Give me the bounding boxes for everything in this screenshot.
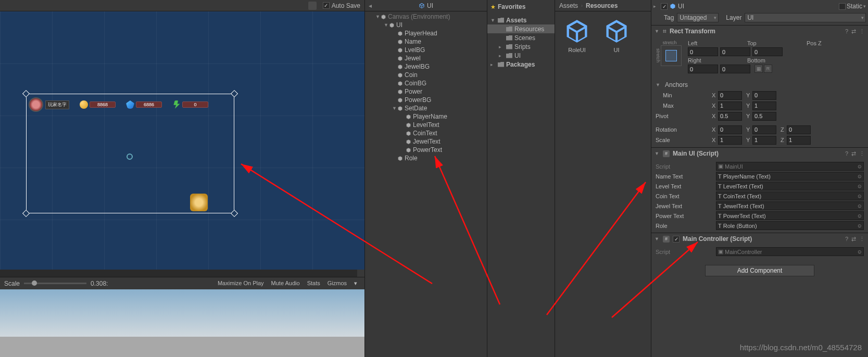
toolbar-button[interactable] xyxy=(308,2,317,10)
help-icon[interactable]: ? xyxy=(845,236,848,243)
help-icon[interactable]: ? xyxy=(845,150,848,157)
hierarchy-item[interactable]: CoinText xyxy=(365,129,487,137)
hierarchy-item[interactable]: LvelBG xyxy=(365,46,487,54)
menu-icon[interactable]: ⋮ xyxy=(859,236,865,243)
hierarchy-item[interactable]: PowerBG xyxy=(365,96,487,104)
asset-item[interactable]: RoleUI xyxy=(561,18,593,53)
anchor-preset-button[interactable] xyxy=(661,45,682,66)
maximize-button[interactable]: Maximize On Play xyxy=(215,279,267,288)
anchor-max-y[interactable] xyxy=(752,101,776,110)
anchor-min-y[interactable] xyxy=(752,91,776,100)
menu-icon[interactable]: ⋮ xyxy=(859,28,865,35)
rot-y[interactable] xyxy=(752,125,776,134)
object-field[interactable]: TCoinText (Text)⊙ xyxy=(716,192,864,200)
preset-icon[interactable]: ⇄ xyxy=(851,236,856,243)
anchor-max-x[interactable] xyxy=(718,101,742,110)
auto-save-toggle[interactable]: Auto Save xyxy=(323,2,360,9)
hierarchy-item[interactable]: PowerText xyxy=(365,146,487,154)
object-field[interactable]: TPlayerName (Text)⊙ xyxy=(716,172,864,181)
object-picker-icon[interactable]: ⊙ xyxy=(858,223,862,228)
posz-input[interactable] xyxy=(752,47,783,56)
scale-y[interactable] xyxy=(752,136,776,145)
gizmos-button[interactable]: Gizmos xyxy=(324,279,350,288)
preset-icon[interactable]: ⇄ xyxy=(851,150,856,157)
hierarchy-item[interactable]: Role xyxy=(365,154,487,162)
component-header[interactable]: ▼ # Main UI (Script) ?⇄⋮ xyxy=(651,148,868,159)
script-field[interactable]: ▣MainController⊙ xyxy=(716,247,864,256)
anchors-label[interactable]: Anchors xyxy=(665,81,688,88)
add-component-button[interactable]: Add Component xyxy=(705,265,814,276)
project-tree-item[interactable]: ▸Packages xyxy=(487,60,555,69)
hierarchy-item[interactable]: ▼UI xyxy=(365,21,487,29)
collapse-icon[interactable]: ▸ xyxy=(653,4,659,9)
anchor-min-x[interactable] xyxy=(718,91,742,100)
back-icon[interactable]: ◂ xyxy=(369,2,372,9)
component-enabled-checkbox[interactable] xyxy=(673,236,680,243)
hierarchy-item[interactable]: PlayerName xyxy=(365,112,487,121)
right-input[interactable] xyxy=(688,65,718,73)
rot-x[interactable] xyxy=(718,125,742,134)
hierarchy-item[interactable]: CoinBG xyxy=(365,79,487,87)
object-picker-icon[interactable]: ⊙ xyxy=(858,203,862,209)
hierarchy-item-label: CoinText xyxy=(413,130,437,137)
static-checkbox[interactable] xyxy=(839,3,846,10)
mute-audio-button[interactable]: Mute Audio xyxy=(268,279,303,288)
hierarchy-header[interactable]: ◂ UI xyxy=(365,0,487,11)
raw-edit-button[interactable]: R xyxy=(764,65,772,73)
object-picker-icon[interactable]: ⊙ xyxy=(858,213,862,219)
layer-dropdown[interactable]: UI xyxy=(745,13,866,22)
favorites-section[interactable]: ★ Favorites xyxy=(487,2,555,11)
top-input[interactable] xyxy=(720,47,750,56)
hierarchy-item[interactable]: ▼SetDate xyxy=(365,104,487,112)
gizmos-dropdown[interactable]: ▾ xyxy=(351,279,360,288)
asset-item[interactable]: UI xyxy=(601,18,632,53)
rot-z[interactable] xyxy=(787,125,811,134)
hierarchy-item[interactable]: LevelText xyxy=(365,121,487,129)
hierarchy-item[interactable]: JewelText xyxy=(365,137,487,146)
hierarchy-item[interactable]: Jewel xyxy=(365,54,487,62)
project-tree-item[interactable]: Scenes xyxy=(487,33,555,42)
object-field[interactable]: TPowerText (Text)⊙ xyxy=(716,211,864,220)
stats-button[interactable]: Stats xyxy=(304,279,323,288)
object-field[interactable]: TRole (Button)⊙ xyxy=(716,221,864,230)
hierarchy-item[interactable]: Name xyxy=(365,37,487,46)
object-field[interactable]: TLevelText (Text)⊙ xyxy=(716,182,864,190)
menu-icon[interactable]: ⋮ xyxy=(859,150,865,157)
game-preview xyxy=(0,289,364,357)
pivot-x[interactable] xyxy=(718,112,742,121)
gameobject-icon xyxy=(397,156,403,161)
crumb-assets[interactable]: Assets xyxy=(559,2,578,9)
left-input[interactable] xyxy=(688,47,718,56)
scale-slider[interactable] xyxy=(24,283,86,284)
scale-z[interactable] xyxy=(787,136,811,145)
tag-dropdown[interactable]: Untagged xyxy=(677,13,719,22)
script-field[interactable]: ▣MainUI⊙ xyxy=(716,162,864,171)
scrollbar[interactable] xyxy=(0,270,364,277)
scale-x[interactable] xyxy=(718,136,742,145)
project-tree-item[interactable]: ▸Sripts xyxy=(487,42,555,51)
project-tree-item[interactable]: ▸UI xyxy=(487,51,555,60)
object-picker-icon[interactable]: ⊙ xyxy=(858,174,862,179)
project-tree-item[interactable]: ▼Assets xyxy=(487,16,555,24)
crumb-resources[interactable]: Resources xyxy=(586,2,618,9)
hierarchy-item[interactable]: Power xyxy=(365,87,487,96)
component-header[interactable]: ▼ ⌗ Rect Transform ? ⇄ ⋮ xyxy=(651,26,868,37)
gameobject-icon xyxy=(406,122,411,128)
gameobject-name[interactable]: UI xyxy=(678,3,837,10)
project-tree-item[interactable]: Resources xyxy=(487,24,555,33)
pivot-y[interactable] xyxy=(752,112,776,121)
hierarchy-item[interactable]: Coin xyxy=(365,71,487,79)
help-icon[interactable]: ? xyxy=(845,28,848,35)
hierarchy-item[interactable]: JewelBG xyxy=(365,62,487,71)
component-header[interactable]: ▼ # Main Controller (Script) ?⇄⋮ xyxy=(651,233,868,245)
active-checkbox[interactable] xyxy=(661,3,668,10)
object-picker-icon[interactable]: ⊙ xyxy=(858,184,862,189)
preset-icon[interactable]: ⇄ xyxy=(851,28,856,35)
blueprint-mode-button[interactable]: ▦ xyxy=(754,65,763,73)
bottom-input[interactable] xyxy=(720,65,750,73)
object-picker-icon[interactable]: ⊙ xyxy=(858,194,862,199)
scene-viewport[interactable]: 玩家名字 8868 6886 0 xyxy=(0,11,364,270)
hierarchy-item[interactable]: ▼Canvas (Environment) xyxy=(365,12,487,21)
object-field[interactable]: TJewelText (Text)⊙ xyxy=(716,201,864,210)
hierarchy-item[interactable]: PlayerHead xyxy=(365,29,487,37)
